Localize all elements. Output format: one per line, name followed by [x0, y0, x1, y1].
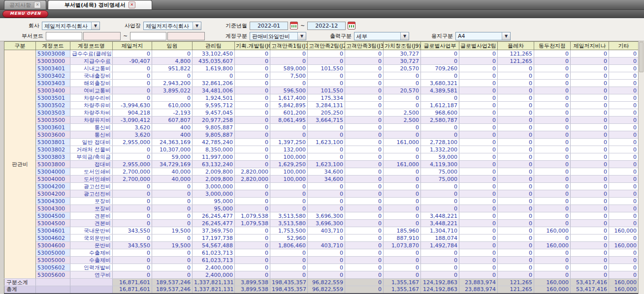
detail-row: 53003403해외출장비02,943,20032,861,206000003,…	[4, 80, 639, 87]
detail-row: 53005000수출제비0061,023,71300000000000	[4, 249, 639, 257]
dept-to-code-input[interactable]	[130, 32, 166, 40]
amount-cell: 0	[534, 205, 571, 212]
amount-cell: 0	[235, 242, 270, 249]
amount-cell: 0	[571, 227, 609, 235]
period-from-input[interactable]	[250, 22, 288, 30]
account-name-cell: 연구비	[70, 271, 113, 279]
amount-cell: 160,000	[534, 242, 571, 249]
dept-from-code-input[interactable]	[46, 32, 82, 40]
account-type-select[interactable]: 판매비와일반비 ▼	[250, 32, 306, 40]
amount-cell: 400	[152, 124, 193, 131]
subtotal-row: 53003000지급수수료-90,4074,800435,035,6070000…	[4, 58, 639, 65]
subtotal-row: 53004300포장비0095,00000000000000	[4, 205, 639, 212]
amount-cell: 0	[421, 257, 459, 264]
amount-cell: 951,822	[152, 65, 193, 72]
dept-to-name-input[interactable]	[167, 32, 205, 40]
amount-cell: 1,623,100	[308, 161, 345, 168]
amount-cell: 185,960	[384, 227, 421, 235]
amount-cell: 0	[421, 271, 459, 279]
amount-cell: 75,000	[421, 176, 459, 183]
calendar-icon[interactable]	[290, 22, 298, 29]
amount-cell: 0	[270, 50, 308, 58]
column-header: 제일저지비나	[571, 42, 609, 50]
amount-cell: 9,595,712	[193, 102, 235, 109]
amount-cell: 0	[609, 87, 639, 94]
amount-cell: 589,000	[270, 65, 308, 72]
amount-cell: 0	[498, 271, 534, 279]
output-type-select[interactable]: 세부 ▼	[354, 32, 409, 40]
detail-row: 판관비53003008급수수료(클레임)0033,102,450000030,7…	[4, 50, 639, 58]
amount-cell: 0	[308, 124, 345, 131]
account-name-cell: 광고선전비	[70, 183, 113, 190]
account-name-cell: 차량주유비	[70, 102, 113, 109]
subtotal-row: 53004200광고선전비003,000,00000000000000	[4, 190, 639, 198]
subtotal-row: 53004600운반비343,55019,50054,567,48801,806…	[4, 242, 639, 249]
amount-cell: 100,000	[270, 168, 308, 176]
amount-cell: 1,337,821,131	[193, 279, 235, 286]
amount-cell: 0	[609, 264, 639, 271]
group-subtotal-row: 구분소계16,871,601189,537,2461,337,821,1313,…	[4, 279, 639, 286]
amount-cell: 3,620	[113, 131, 152, 139]
account-name-cell: 차량주차비	[70, 109, 113, 117]
amount-cell: 0	[498, 153, 534, 161]
amount-cell: 34,481,006	[193, 87, 235, 94]
amount-cell: 34,600	[308, 176, 345, 183]
amount-cell: 2,943,200	[152, 80, 193, 87]
column-header: 글로벌사업부	[421, 42, 459, 50]
amount-cell: 0	[152, 72, 193, 80]
amount-cell: 0	[308, 72, 345, 80]
amount-cell: 0	[571, 102, 609, 109]
detail-row: 53003502차량주유비-3,994,630610,0009,595,7120…	[4, 102, 639, 109]
scrollbar-thumb[interactable]	[639, 42, 644, 72]
amount-cell: 0	[498, 72, 534, 80]
account-code-cell: 53004000	[36, 168, 70, 176]
amount-cell: 0	[384, 94, 421, 102]
menu-open-button[interactable]: MENU OPEN	[2, 10, 48, 18]
tab-notice[interactable]: 공지사항 ✕	[4, 0, 46, 9]
amount-cell: 0	[235, 257, 270, 264]
amount-cell: 52,960	[270, 235, 308, 242]
amount-cell: 0	[498, 87, 534, 94]
paper-type-select[interactable]: A4 ▼	[455, 32, 511, 40]
amount-cell: 0	[459, 257, 498, 264]
amount-cell: 0	[270, 198, 308, 205]
amount-cell: 19,500	[152, 227, 193, 235]
amount-cell: 0	[459, 65, 498, 72]
amount-cell: 0	[571, 212, 609, 220]
close-icon[interactable]: ✕	[129, 1, 135, 8]
amount-cell: 0	[235, 131, 270, 139]
tab-expense-report[interactable]: 부서별(세목) 경비명세서 ✕	[48, 0, 152, 9]
chevron-down-icon: ▼	[297, 32, 306, 40]
site-select[interactable]: 제일저지주식회사 ▼	[143, 22, 201, 30]
amount-cell: 0	[421, 205, 459, 212]
amount-cell: 610,000	[152, 102, 193, 109]
amount-cell: 0	[345, 279, 384, 286]
account-code-cell: 53003802	[36, 146, 70, 153]
amount-cell: 189,537,246	[152, 286, 193, 294]
vertical-scrollbar[interactable]	[638, 41, 644, 294]
amount-cell: 0	[498, 264, 534, 271]
footer-empty-cell	[36, 279, 70, 286]
account-code-cell: 53003401	[36, 65, 70, 72]
close-icon[interactable]: ✕	[34, 1, 41, 8]
calendar-icon[interactable]	[348, 22, 355, 29]
amount-cell: 1,492,784	[421, 242, 459, 249]
amount-cell: 0	[308, 249, 345, 257]
account-code-cell: 53003008	[36, 50, 70, 58]
account-code-cell: 53003402	[36, 72, 70, 80]
company-select[interactable]: 제일저지주식회사 ▼	[42, 22, 100, 30]
amount-cell: 3,696,300	[308, 220, 345, 227]
period-to-input[interactable]	[307, 22, 346, 30]
detail-row: 53003803부의금/축의금059,00011,997,0000100,000…	[4, 153, 639, 161]
amount-cell: 0	[498, 109, 534, 117]
column-header: 제일저지	[113, 42, 152, 50]
dept-from-name-input[interactable]	[83, 32, 121, 40]
amount-cell: 0	[459, 205, 498, 212]
amount-cell: 0	[571, 124, 609, 131]
amount-cell: 0	[270, 183, 308, 190]
subtotal-row: 53004000도서인쇄비2,700,00040,0002,009,8002,8…	[4, 176, 639, 183]
amount-cell: 1,355,167	[384, 286, 421, 294]
amount-cell: 0	[609, 146, 639, 153]
amount-cell: 0	[345, 249, 384, 257]
amount-cell: 0	[571, 235, 609, 242]
